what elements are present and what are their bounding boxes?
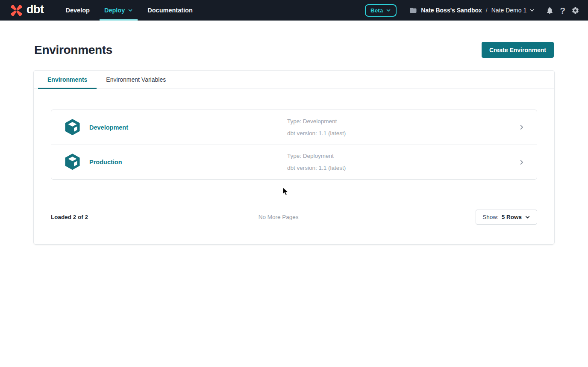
project-name: Nate Demo 1 (491, 7, 526, 14)
active-nav-underline (100, 19, 138, 21)
nav-item-label: Develop (65, 7, 89, 14)
account-breadcrumb: Nate Boss's Sandbox / Nate Demo 1 (409, 6, 535, 14)
settings-gear-icon[interactable] (571, 6, 579, 15)
active-tab-underline (38, 88, 97, 89)
chevron-down-icon (128, 8, 133, 13)
nav-item-deploy[interactable]: Deploy (97, 0, 140, 21)
loaded-count: Loaded 2 of 2 (51, 214, 88, 220)
environment-type: Type: Deployment (287, 150, 346, 162)
no-more-pages-label: No More Pages (259, 214, 299, 220)
environment-cube-icon (63, 118, 82, 136)
card-tabs: Environments Environment Variables (34, 71, 554, 89)
folder-icon (409, 6, 417, 14)
chevron-right-icon (518, 124, 525, 130)
environment-cube-icon (63, 153, 82, 171)
brand-wordmark: dbt (26, 4, 44, 17)
environment-name: Production (89, 159, 122, 166)
environment-version: dbt version: 1.1 (latest) (287, 127, 346, 139)
environment-list: Development Type: Development dbt versio… (51, 110, 537, 180)
environments-card: Environments Environment Variables Devel… (33, 70, 555, 245)
card-body: Development Type: Development dbt versio… (34, 89, 554, 244)
tab-label: Environment Variables (106, 76, 166, 83)
page-title: Environments (34, 43, 112, 57)
tab-environment-variables[interactable]: Environment Variables (97, 71, 175, 89)
nav-item-develop[interactable]: Develop (58, 0, 97, 21)
chevron-right-icon (518, 159, 525, 166)
project-selector[interactable]: Nate Demo 1 (491, 7, 535, 14)
top-navigation: dbt Develop Deploy Documentation Beta Na… (0, 0, 588, 21)
environment-meta: Type: Development dbt version: 1.1 (late… (287, 115, 346, 139)
help-icon[interactable]: ? (560, 6, 565, 15)
nav-icon-group: ? (546, 6, 579, 15)
dbt-logo[interactable]: dbt (9, 3, 44, 18)
environment-row-development[interactable]: Development Type: Development dbt versio… (51, 110, 537, 145)
pagination-footer: Loaded 2 of 2 No More Pages Show: 5 Rows (51, 210, 537, 225)
nav-item-label: Deploy (104, 7, 125, 14)
chevron-down-icon (386, 8, 391, 13)
environment-version: dbt version: 1.1 (latest) (287, 162, 346, 174)
primary-nav: Develop Deploy Documentation (58, 0, 200, 21)
tab-label: Environments (47, 76, 87, 83)
chevron-down-icon (529, 8, 535, 13)
nav-item-documentation[interactable]: Documentation (140, 0, 200, 21)
page-header: Environments Create Environment (0, 42, 588, 58)
beta-dropdown-button[interactable]: Beta (365, 4, 397, 17)
account-name[interactable]: Nate Boss's Sandbox (421, 7, 482, 14)
show-label: Show: (482, 214, 499, 220)
tab-environments[interactable]: Environments (38, 71, 97, 89)
breadcrumb-separator: / (486, 7, 488, 14)
divider-line (306, 217, 462, 217)
environment-row-production[interactable]: Production Type: Deployment dbt version:… (51, 145, 537, 179)
nav-item-label: Documentation (147, 7, 193, 14)
rows-per-page-dropdown[interactable]: Show: 5 Rows (476, 210, 537, 225)
chevron-down-icon (525, 214, 530, 220)
notifications-bell-icon[interactable] (546, 6, 554, 15)
nav-right-group: Beta Nate Boss's Sandbox / Nate Demo 1 ? (365, 4, 579, 17)
environment-name: Development (89, 124, 128, 131)
create-environment-button[interactable]: Create Environment (482, 42, 554, 58)
environment-meta: Type: Deployment dbt version: 1.1 (lates… (287, 150, 346, 174)
divider-line (95, 217, 251, 217)
dbt-logo-icon (9, 3, 24, 18)
rows-per-page-value: 5 Rows (502, 214, 522, 220)
environment-type: Type: Development (287, 115, 346, 127)
beta-label: Beta (370, 7, 383, 14)
